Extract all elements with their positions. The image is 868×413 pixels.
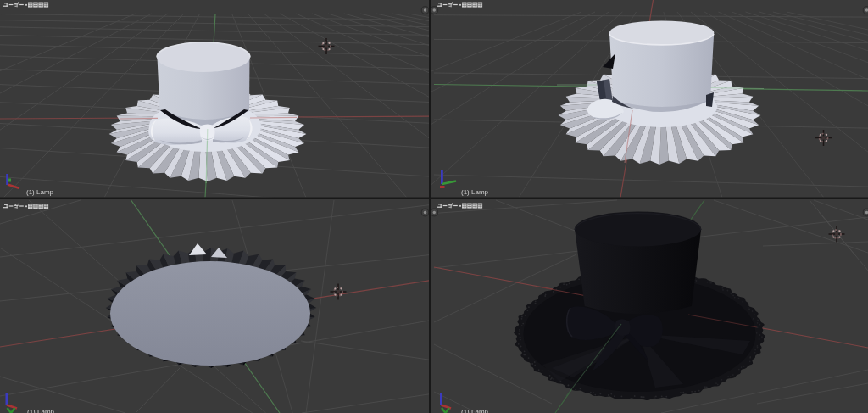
svg-text:(1) Lamp: (1) Lamp	[27, 408, 55, 413]
svg-text:(1) Lamp: (1) Lamp	[461, 188, 489, 196]
svg-text:(1) Lamp: (1) Lamp	[26, 188, 54, 196]
svg-text:(1) Lamp: (1) Lamp	[461, 408, 489, 413]
